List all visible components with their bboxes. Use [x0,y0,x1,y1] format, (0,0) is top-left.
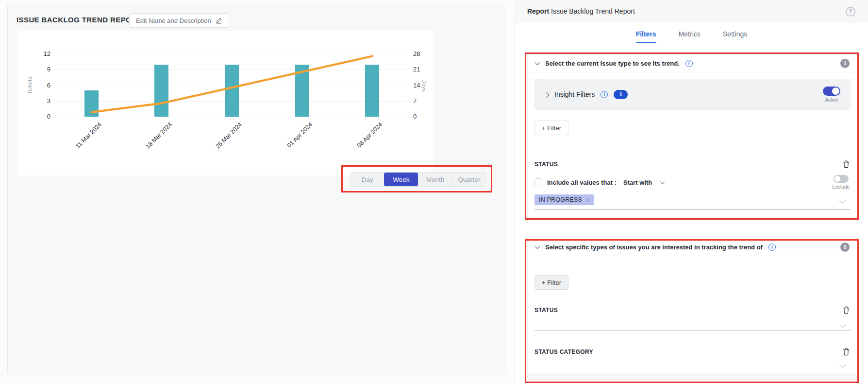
operator-select[interactable]: Start with [623,179,652,186]
field-name: STATUS [534,161,558,168]
gridline [56,54,407,54]
tab-filters[interactable]: Filters [636,30,656,43]
value-chip: IN PROGRESS × [534,194,594,205]
chevron-down-icon[interactable] [534,60,540,65]
right-axis-name: Days [421,79,427,91]
section-header[interactable]: Select the current issue type to see its… [528,54,857,72]
info-icon[interactable]: i [601,91,608,98]
select-underline[interactable] [534,209,851,209]
period-quarter-button[interactable]: Quarter [452,173,486,186]
chip-remove-icon[interactable]: × [586,197,590,203]
period-month-button[interactable]: Month [418,173,452,186]
page-title: ISSUE BACKLOG TREND REPORT [17,16,142,24]
active-toggle-group: Active [823,87,840,103]
pencil-icon [216,17,222,24]
insight-filters-label: Insight Filters [554,90,595,98]
section-footer [528,373,857,379]
chart-bar [365,65,379,117]
status-field-row: STATUS [534,160,850,168]
section-header[interactable]: Select specific types of issues you are … [528,238,857,256]
status-values-row: IN PROGRESS × [534,194,594,205]
right-axis-tick: 21 [413,66,420,73]
chevron-down-icon[interactable] [534,244,540,249]
toggle-knob [832,87,839,95]
section-title: Select the current issue type to see its… [545,60,680,67]
chart-bar [295,65,309,117]
section-count-badge: 0 [840,243,850,252]
field-name: STATUS [534,307,558,314]
toggle-knob [835,176,840,182]
trend-chart: 00376149211228TicketsDays11 Mar 202418 M… [17,31,433,175]
field-name: STATUS CATEGORY [534,349,593,355]
help-icon[interactable]: ? [846,7,855,17]
active-toggle-label: Active [825,97,838,103]
x-axis-label: 18 Mar 2024 [144,121,173,150]
chart-bar [225,65,239,117]
add-filter-button[interactable]: + Filter [534,121,568,135]
right-axis-tick: 14 [413,82,420,89]
right-axis-tick: 7 [413,97,417,105]
left-axis-tick: 12 [44,50,50,58]
chart-bar [154,65,168,117]
chevron-down-icon[interactable] [660,179,665,184]
edit-name-button[interactable]: Edit Name and Description [129,13,229,28]
exclude-toggle-group: Exclude [832,175,850,190]
include-all-label: Include all values that : [547,179,617,186]
insight-filters-count-pill: 1 [614,90,628,99]
chevron-down-icon[interactable] [839,322,846,328]
filter-section-specific-issue-types: Select specific types of issues you are … [527,238,858,380]
period-segmented-control: DayWeekMonthQuarter [350,172,486,187]
edit-name-label: Edit Name and Description [136,17,211,24]
select-underline[interactable] [534,331,851,331]
period-week-button[interactable]: Week [384,173,418,186]
panel-title-text: Issue Backlog Trend Report [551,7,635,15]
tab-settings[interactable]: Settings [723,30,748,43]
info-icon[interactable]: i [685,60,693,67]
left-axis-tick: 6 [47,82,50,89]
section-count-badge: 1 [840,59,850,68]
filter-section-current-issue-type: Select the current issue type to see its… [527,54,858,224]
add-filter-button[interactable]: + Filter [534,275,568,290]
insight-filters-card: Insight Filters i 1 Active [534,79,851,110]
report-config-panel: Report Issue Backlog Trend Report ? Filt… [515,0,868,384]
panel-title-label: Report [527,7,549,15]
delete-filter-button[interactable] [843,306,850,314]
trash-icon [843,308,850,315]
panel-header: Report Issue Backlog Trend Report ? [515,0,868,23]
value-chip-label: IN PROGRESS [539,196,582,203]
x-axis-label: 08 Apr 2024 [356,121,384,149]
gridline [56,117,407,117]
chevron-down-icon[interactable] [839,197,846,204]
left-axis-tick: 9 [47,66,50,73]
chevron-down-icon[interactable] [839,362,846,368]
panel-title: Report Issue Backlog Trend Report [527,7,635,15]
left-axis-name: Tickets [27,77,33,94]
tab-metrics[interactable]: Metrics [679,30,701,43]
exclude-toggle[interactable] [834,175,849,183]
trash-icon [843,350,850,357]
info-icon[interactable]: i [768,244,776,251]
x-axis-label: 25 Mar 2024 [215,121,244,150]
trash-icon [843,162,850,170]
report-card: ISSUE BACKLOG TREND REPORT Edit Name and… [7,5,505,374]
section-title: Select specific types of issues you are … [545,244,763,251]
left-axis-tick: 3 [47,97,50,105]
status-category-field-row: STATUS CATEGORY [534,348,850,356]
right-axis-tick: 0 [413,113,417,121]
include-all-checkbox[interactable] [534,178,542,186]
chart-bar [84,90,99,117]
period-day-button[interactable]: Day [351,173,384,186]
x-axis-label: 11 Mar 2024 [74,121,103,150]
include-values-row: Include all values that : Start with Exc… [534,175,850,190]
left-axis-tick: 0 [47,113,50,121]
exclude-toggle-label: Exclude [832,184,850,190]
x-axis-label: 01 Apr 2024 [285,121,314,149]
status-field-row: STATUS [534,306,850,314]
report-canvas: ISSUE BACKLOG TREND REPORT Edit Name and… [0,0,515,384]
active-toggle[interactable] [823,87,840,96]
delete-filter-button[interactable] [843,160,850,168]
delete-filter-button[interactable] [843,348,850,356]
panel-tabs: FiltersMetricsSettings [515,30,868,43]
right-axis-tick: 28 [413,50,420,58]
chevron-right-icon[interactable] [544,92,549,98]
